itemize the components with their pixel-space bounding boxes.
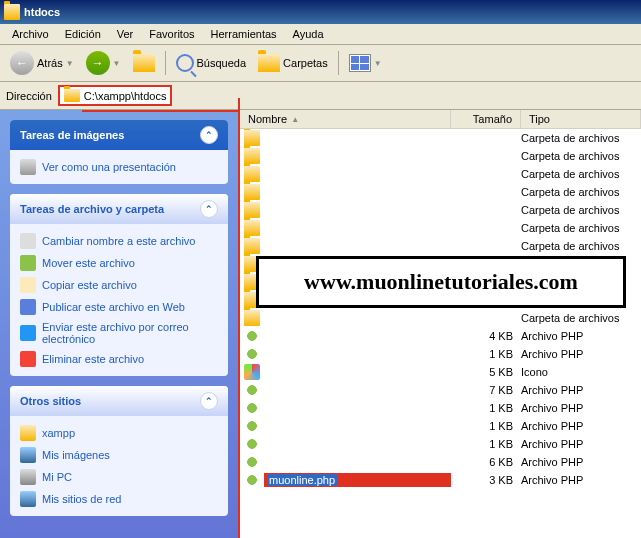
panel-header[interactable]: Tareas de imágenes ⌃ <box>10 120 228 150</box>
file-type: Carpeta de archivos <box>521 204 641 216</box>
file-tasks-panel: Tareas de archivo y carpeta ⌃ Cambiar no… <box>10 194 228 376</box>
search-button[interactable]: Búsqueda <box>172 52 251 74</box>
forward-button[interactable]: → ▼ <box>82 49 125 77</box>
file-type: Archivo PHP <box>521 402 641 414</box>
back-button[interactable]: ← Atrás ▼ <box>6 49 78 77</box>
file-row[interactable]: 6 KBArchivo PHP <box>240 453 641 471</box>
back-label: Atrás <box>37 57 63 69</box>
php-icon <box>244 454 260 470</box>
place-item[interactable]: xampp <box>20 422 218 444</box>
panel-title: Tareas de imágenes <box>20 129 124 141</box>
col-type[interactable]: Tipo <box>521 110 641 128</box>
php-icon <box>244 346 260 362</box>
annotation-line <box>238 98 240 538</box>
file-row[interactable]: 1 KBArchivo PHP <box>240 399 641 417</box>
task-icon <box>20 233 36 249</box>
task-label: Enviar este archivo por correo electróni… <box>42 321 218 345</box>
menu-ver[interactable]: Ver <box>109 26 142 42</box>
file-list: Nombre ▲ Tamaño Tipo Carpeta de archivos… <box>240 110 641 538</box>
sidebar: Tareas de imágenes ⌃ Ver como una presen… <box>0 110 240 538</box>
task-item[interactable]: Copiar este archivo <box>20 274 218 296</box>
address-field[interactable]: C:\xampp\htdocs <box>58 85 173 106</box>
file-row[interactable]: Carpeta de archivos <box>240 129 641 147</box>
panel-header[interactable]: Tareas de archivo y carpeta ⌃ <box>10 194 228 224</box>
panel-title: Otros sitios <box>20 395 81 407</box>
menu-favoritos[interactable]: Favoritos <box>141 26 202 42</box>
address-bar: Dirección C:\xampp\htdocs <box>0 82 641 110</box>
file-size: 1 KB <box>451 402 521 414</box>
menu-archivo[interactable]: Archivo <box>4 26 57 42</box>
file-row[interactable]: 1 KBArchivo PHP <box>240 345 641 363</box>
collapse-icon: ⌃ <box>200 126 218 144</box>
file-name: muonline.php <box>264 473 451 487</box>
task-label: Cambiar nombre a este archivo <box>42 235 195 247</box>
task-icon <box>20 277 36 293</box>
col-name[interactable]: Nombre ▲ <box>240 110 451 128</box>
menu-herramientas[interactable]: Herramientas <box>203 26 285 42</box>
menubar: Archivo Edición Ver Favoritos Herramient… <box>0 24 641 45</box>
annotation-line <box>82 110 240 112</box>
place-item[interactable]: Mi PC <box>20 466 218 488</box>
menu-edicion[interactable]: Edición <box>57 26 109 42</box>
content-area: Tareas de imágenes ⌃ Ver como una presen… <box>0 110 641 538</box>
task-item[interactable]: Publicar este archivo en Web <box>20 296 218 318</box>
task-icon <box>20 351 36 367</box>
file-row[interactable]: Carpeta de archivos <box>240 165 641 183</box>
file-type: Carpeta de archivos <box>521 150 641 162</box>
file-type: Archivo PHP <box>521 330 641 342</box>
task-item[interactable]: Mover este archivo <box>20 252 218 274</box>
place-item[interactable]: Mis sitios de red <box>20 488 218 510</box>
file-row[interactable]: Carpeta de archivos <box>240 237 641 255</box>
separator <box>338 51 339 75</box>
place-item[interactable]: Mis imágenes <box>20 444 218 466</box>
chevron-down-icon: ▼ <box>374 59 382 68</box>
window-title: htdocs <box>24 6 637 18</box>
file-size: 7 KB <box>451 384 521 396</box>
file-row[interactable]: Carpeta de archivos <box>240 309 641 327</box>
other-places-panel: Otros sitios ⌃ xamppMis imágenesMi PCMis… <box>10 386 228 516</box>
folders-label: Carpetas <box>283 57 328 69</box>
file-row[interactable]: 4 KBArchivo PHP <box>240 327 641 345</box>
task-item[interactable]: Cambiar nombre a este archivo <box>20 230 218 252</box>
slideshow-icon <box>20 159 36 175</box>
php-icon <box>244 472 260 488</box>
file-size: 1 KB <box>451 420 521 432</box>
views-button[interactable]: ▼ <box>345 52 386 74</box>
file-size: 5 KB <box>451 366 521 378</box>
titlebar: htdocs <box>0 0 641 24</box>
panel-header[interactable]: Otros sitios ⌃ <box>10 386 228 416</box>
task-icon <box>20 255 36 271</box>
php-icon <box>244 418 260 434</box>
file-size: 1 KB <box>451 348 521 360</box>
collapse-icon: ⌃ <box>200 200 218 218</box>
task-item[interactable]: Eliminar este archivo <box>20 348 218 370</box>
file-type: Carpeta de archivos <box>521 240 641 252</box>
file-row[interactable]: Carpeta de archivos <box>240 147 641 165</box>
file-row[interactable]: 7 KBArchivo PHP <box>240 381 641 399</box>
col-label: Nombre <box>248 113 287 125</box>
folders-button[interactable]: Carpetas <box>254 52 332 74</box>
folder-icon <box>244 148 260 164</box>
php-icon <box>244 382 260 398</box>
task-item[interactable]: Enviar este archivo por correo electróni… <box>20 318 218 348</box>
task-slideshow[interactable]: Ver como una presentación <box>20 156 218 178</box>
place-icon <box>20 491 36 507</box>
file-row[interactable]: Carpeta de archivos <box>240 219 641 237</box>
file-row[interactable]: 1 KBArchivo PHP <box>240 417 641 435</box>
col-size[interactable]: Tamaño <box>451 110 521 128</box>
file-type: Archivo PHP <box>521 474 641 486</box>
file-row[interactable]: 5 KBIcono <box>240 363 641 381</box>
collapse-icon: ⌃ <box>200 392 218 410</box>
file-row[interactable]: muonline.php3 KBArchivo PHP <box>240 471 641 489</box>
panel-title: Tareas de archivo y carpeta <box>20 203 164 215</box>
file-row[interactable]: 1 KBArchivo PHP <box>240 435 641 453</box>
folder-icon <box>244 220 260 236</box>
menu-ayuda[interactable]: Ayuda <box>285 26 332 42</box>
sort-asc-icon: ▲ <box>291 115 299 124</box>
file-row[interactable]: Carpeta de archivos <box>240 201 641 219</box>
file-type: Carpeta de archivos <box>521 312 641 324</box>
folder-icon <box>244 310 260 326</box>
address-label: Dirección <box>6 90 52 102</box>
up-button[interactable] <box>129 52 159 74</box>
file-row[interactable]: Carpeta de archivos <box>240 183 641 201</box>
